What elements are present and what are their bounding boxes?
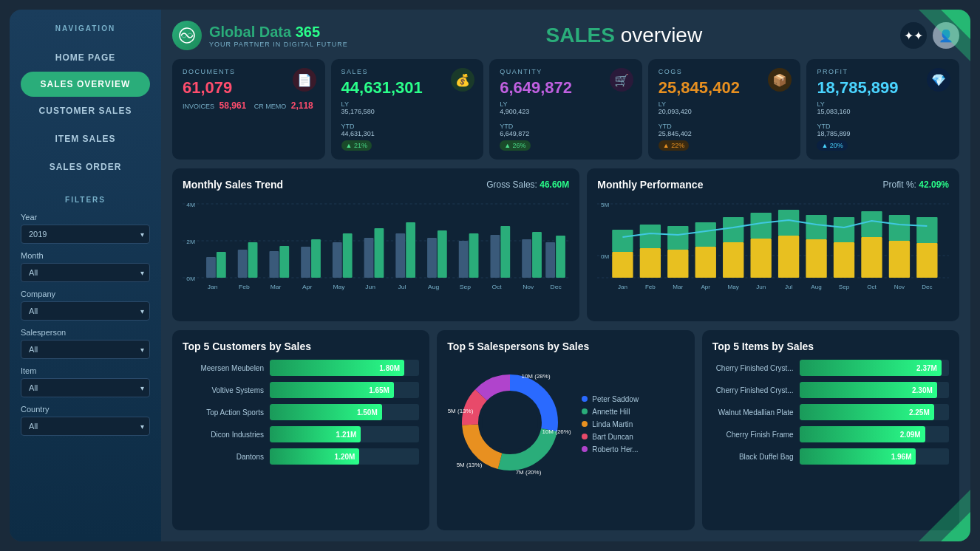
filter-salesperson-select[interactable]: All: [21, 340, 150, 359]
list-item: Dicon Industries 1.21M: [183, 426, 419, 442]
svg-text:5M: 5M: [601, 202, 610, 208]
svg-text:Oct: Oct: [867, 284, 877, 290]
svg-rect-51: [695, 247, 716, 278]
main-content: Global Data 365 YOUR PARTNER IN DIGITAL …: [161, 10, 970, 541]
logo-text: Global Data 365 YOUR PARTNER IN DIGITAL …: [209, 24, 348, 48]
item-bar-2: 2.25M: [800, 404, 949, 420]
filter-item-select[interactable]: All: [21, 378, 150, 397]
legend-item-2: Linda Martin: [582, 420, 684, 428]
sidebar-item-item-sales[interactable]: ITEM SALES: [10, 125, 161, 153]
chart-title-perf: Monthly Performance: [597, 179, 703, 191]
legend-item-3: Bart Duncan: [582, 433, 684, 441]
svg-text:Nov: Nov: [894, 284, 905, 290]
customer-bar-3: 1.21M: [270, 426, 419, 442]
item-bar-4: 1.96M: [800, 448, 949, 465]
filter-salesperson-label: Salesperson: [21, 328, 150, 337]
filter-company-select[interactable]: All: [21, 301, 150, 321]
customer-value-1: 1.65M: [369, 386, 389, 394]
kpi-sales-badge: ▲ 21%: [341, 140, 372, 151]
sparkle-button[interactable]: ✦✦: [900, 22, 927, 49]
svg-rect-10: [248, 242, 258, 278]
customer-value-0: 1.80M: [379, 364, 400, 372]
top-customers-title: Top 5 Customers by Sales: [183, 340, 419, 352]
kpi-invoices-value: 58,961: [220, 100, 247, 111]
title-highlight: SALES: [546, 24, 615, 47]
svg-rect-69: [862, 211, 882, 237]
svg-rect-55: [806, 239, 827, 278]
item-bar-0: 2.37M: [800, 360, 949, 376]
svg-text:Mar: Mar: [673, 284, 684, 290]
user-button[interactable]: 👤: [933, 22, 959, 49]
legend-name-0: Peter Saddow: [592, 395, 639, 403]
sidebar-item-customer-sales[interactable]: CUSTOMER SALES: [10, 97, 161, 125]
donut-chart-svg: 10M (28%) 10M (26%) 7M (20%) 5M (13%) 5M…: [447, 360, 573, 485]
filter-company-wrapper: All: [21, 301, 150, 321]
svg-text:Sep: Sep: [460, 284, 472, 290]
sales-chart-svg: 4M 2M 0M: [183, 196, 569, 311]
chart-header-sales: Monthly Sales Trend Gross Sales: 46.60M: [183, 179, 569, 191]
item-name-1: Cherry Finished Cryst...: [712, 386, 794, 394]
legend-name-3: Bart Duncan: [592, 433, 633, 441]
svg-text:5M (13%): 5M (13%): [457, 462, 483, 468]
svg-rect-23: [459, 241, 469, 278]
filter-country-select[interactable]: All: [21, 417, 150, 436]
filter-item-label: Item: [21, 366, 150, 375]
svg-rect-67: [806, 215, 827, 239]
svg-rect-28: [532, 232, 542, 278]
svg-text:0M: 0M: [186, 276, 195, 282]
item-fill-2: 2.25M: [800, 404, 934, 420]
chart-subtitle-perf: Profit %: 42.09%: [883, 179, 949, 190]
customer-name-3: Dicon Industries: [183, 431, 264, 439]
filter-month-wrapper: All: [21, 263, 150, 282]
svg-text:Dec: Dec: [922, 284, 932, 290]
filter-company: Company All: [21, 290, 150, 321]
svg-rect-15: [333, 242, 342, 278]
list-item: Top Action Sports 1.50M: [183, 404, 419, 420]
svg-rect-27: [522, 239, 531, 278]
svg-rect-65: [751, 213, 772, 239]
item-value-1: 2.30M: [912, 386, 933, 394]
brand-name: Global Data 365: [209, 24, 348, 41]
sidebar-item-homepage[interactable]: HOME PAGE: [10, 44, 161, 72]
sales-chart-area: 4M 2M 0M: [183, 196, 569, 311]
list-item: Black Duffel Bag 1.96M: [712, 448, 949, 465]
svg-rect-29: [545, 242, 555, 278]
chart-subtitle-sales: Gross Sales: 46.60M: [486, 179, 569, 190]
logo-icon: [172, 21, 202, 50]
svg-text:Feb: Feb: [645, 284, 656, 290]
filter-salesperson: Salesperson All: [21, 328, 150, 359]
perf-chart-area: 5M 0M: [597, 196, 949, 311]
sidebar-item-sales-order[interactable]: SALES ORDER: [10, 153, 161, 181]
kpi-quantity-badge: ▲ 26%: [500, 140, 530, 151]
customer-value-4: 1.20M: [335, 453, 355, 461]
sidebar-item-sales-overview[interactable]: SALES OVERVIEW: [21, 72, 150, 97]
filter-company-label: Company: [21, 290, 150, 298]
filter-month-select[interactable]: All: [21, 263, 150, 282]
customer-value-2: 1.50M: [357, 408, 378, 417]
svg-rect-52: [723, 242, 743, 278]
legend-name-2: Linda Martin: [592, 420, 633, 428]
customer-value-3: 1.21M: [336, 431, 357, 439]
kpi-documents-icon: 📄: [293, 68, 316, 92]
svg-text:0M: 0M: [601, 253, 610, 260]
donut-area: 10M (28%) 10M (26%) 7M (20%) 5M (13%) 5M…: [447, 360, 684, 488]
svg-text:Feb: Feb: [239, 284, 250, 290]
list-item: Voltive Systems 1.65M: [183, 382, 419, 398]
item-name-0: Cherry Finished Cryst...: [712, 364, 794, 372]
header-actions: ✦✦ 👤: [900, 22, 959, 49]
title-area: SALES overview: [348, 24, 900, 47]
customer-bar-4: 1.20M: [270, 448, 419, 465]
top-items-list: Cherry Finished Cryst... 2.37M Cherry Fi…: [712, 360, 949, 465]
filter-year-select[interactable]: 2019: [21, 225, 150, 244]
svg-rect-18: [375, 228, 384, 278]
svg-rect-59: [916, 243, 937, 278]
customer-fill-1: 1.65M: [270, 382, 394, 398]
item-fill-3: 2.09M: [800, 426, 925, 442]
legend-dot-2: [582, 421, 588, 427]
kpi-profit-icon: 💎: [927, 68, 950, 92]
kpi-documents-sub: INVOICES 58,961 CR MEMO 2,118: [183, 100, 315, 111]
item-value-4: 1.96M: [891, 453, 912, 461]
legend-item-4: Roberto Her...: [582, 445, 684, 454]
customer-name-1: Voltive Systems: [183, 386, 264, 394]
svg-text:Jul: Jul: [785, 284, 793, 290]
